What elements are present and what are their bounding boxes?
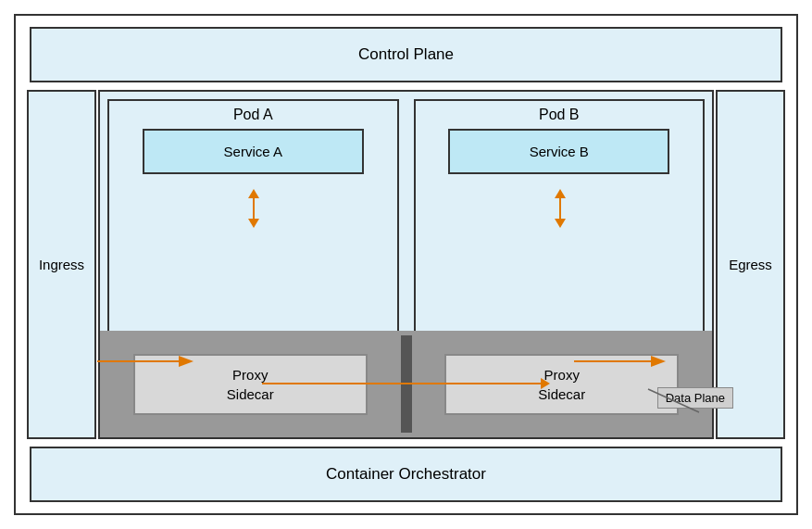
arrowhead-down-a	[248, 219, 259, 228]
service-a-label: Service A	[224, 144, 282, 159]
control-plane-box: Control Plane	[30, 27, 782, 82]
data-plane-label-box: Data Plane	[657, 387, 733, 409]
arrowhead-right-proxy	[541, 378, 550, 389]
control-plane-label: Control Plane	[358, 45, 454, 63]
arrow-line-v-b	[559, 198, 561, 219]
arrowhead-up-b	[555, 189, 566, 198]
arrow-v-pod-a	[253, 189, 255, 228]
pod-a-label: Pod A	[233, 107, 273, 123]
arrowhead-down-b	[555, 219, 566, 228]
container-orchestrator-box: Container Orchestrator	[30, 447, 782, 502]
arrowhead-up-a	[248, 189, 259, 198]
service-b-label: Service B	[530, 144, 589, 159]
diagram-container: Control Plane Ingress Pod A Service A	[0, 0, 812, 529]
container-orchestrator-label: Container Orchestrator	[326, 465, 486, 483]
ingress-label: Ingress	[39, 257, 84, 272]
arrow-line-v-a	[253, 198, 255, 219]
pod-b-label: Pod B	[539, 107, 580, 123]
egress-label: Egress	[729, 257, 772, 272]
service-b-box: Service B	[448, 129, 669, 174]
service-a-box: Service A	[143, 129, 364, 174]
outer-box: Control Plane Ingress Pod A Service A	[14, 14, 798, 515]
arrow-v-pod-b	[559, 189, 561, 228]
ingress-box: Ingress	[27, 90, 96, 439]
pods-area: Pod A Service A Pod B Service B	[98, 90, 714, 439]
arrow-line-h-proxy	[262, 383, 541, 384]
arrow-h-proxy-a-b	[262, 378, 550, 389]
data-plane-text: Data Plane	[666, 391, 725, 405]
